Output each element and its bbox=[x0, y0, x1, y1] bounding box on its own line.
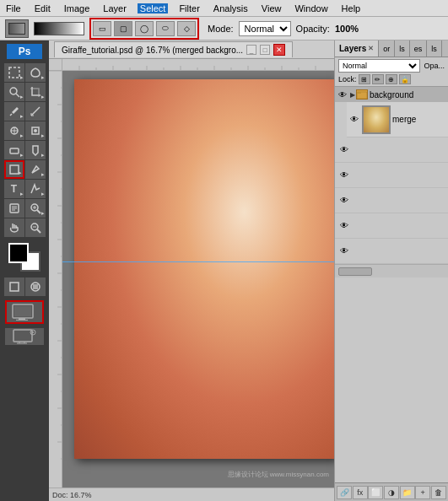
hand-tool[interactable] bbox=[4, 218, 24, 237]
layer-item-merge[interactable]: 👁 merge bbox=[347, 102, 448, 137]
quick-mask-btn[interactable] bbox=[25, 277, 46, 296]
group-folder-icon bbox=[356, 89, 368, 100]
paint-bucket-tool[interactable]: ▸ bbox=[25, 141, 46, 159]
menu-edit[interactable]: Edit bbox=[32, 3, 53, 13]
stamp-tool[interactable]: ▸ bbox=[25, 121, 46, 140]
shape-diamond-btn[interactable]: ◇ bbox=[177, 21, 196, 36]
path-selection-tool[interactable]: ▸ bbox=[25, 180, 46, 198]
layer-item-name: merge bbox=[392, 115, 416, 124]
svg-rect-13 bbox=[10, 165, 19, 174]
document-tab[interactable]: Giraffe_tutorial.psd @ 16.7% (merged bac… bbox=[54, 41, 293, 57]
layer-style-btn[interactable]: fx bbox=[353, 486, 368, 499]
new-group-btn[interactable]: 📁 bbox=[400, 486, 415, 499]
gradient-preview[interactable] bbox=[34, 22, 84, 35]
layers-bottom-toolbar: 🔗 fx ⬜ ◑ 📁 + 🗑 bbox=[335, 482, 448, 501]
shape-options: ▭ ▢ ◯ ⬭ ◇ bbox=[89, 18, 199, 40]
layer-eye-2[interactable]: 👁 bbox=[338, 144, 350, 156]
layer-mask-btn[interactable]: ⬜ bbox=[368, 486, 383, 499]
options-bar: ▭ ▢ ◯ ⬭ ◇ Mode: Normal Opacity: 100% bbox=[0, 17, 448, 40]
link-layers-btn[interactable]: 🔗 bbox=[337, 486, 352, 499]
zoom-out-tool[interactable] bbox=[25, 218, 46, 237]
tab-layers[interactable]: Layers ✕ bbox=[335, 40, 379, 57]
close-btn[interactable]: ✕ bbox=[273, 44, 285, 56]
shape-pill-btn[interactable]: ⬭ bbox=[156, 21, 175, 36]
drawing-canvas[interactable]: 思缘设计论坛 www.missynan.com bbox=[62, 71, 334, 488]
scroll-thumb[interactable] bbox=[338, 267, 372, 276]
adjustment-layer-btn[interactable]: ◑ bbox=[384, 486, 399, 499]
new-layer-btn[interactable]: + bbox=[415, 486, 430, 499]
layers-mode-select[interactable]: Normal bbox=[338, 59, 420, 73]
tab-els[interactable]: ls bbox=[427, 40, 442, 57]
foreground-color[interactable] bbox=[8, 243, 29, 263]
lock-position-btn[interactable]: ⊕ bbox=[386, 74, 397, 84]
tab-or[interactable]: or bbox=[379, 40, 395, 57]
layer-empty-1: 👁 bbox=[335, 137, 448, 163]
ps-logo: Ps bbox=[7, 44, 42, 59]
svg-rect-29 bbox=[14, 306, 31, 316]
layers-mode-row: Normal Opa... bbox=[338, 59, 445, 73]
crop-tool[interactable]: ▸ bbox=[25, 83, 46, 101]
shape-rounded-btn[interactable]: ▢ bbox=[114, 21, 132, 36]
menu-select[interactable]: Select bbox=[138, 3, 169, 13]
svg-rect-79 bbox=[357, 92, 361, 94]
measure-tool[interactable] bbox=[25, 102, 46, 121]
eyedropper-tool[interactable]: ▸ bbox=[4, 102, 24, 121]
ruler-vertical bbox=[49, 71, 62, 488]
zoom-tool[interactable]: ▸ bbox=[25, 199, 46, 218]
svg-line-4 bbox=[31, 107, 40, 116]
tab-es[interactable]: es bbox=[410, 40, 428, 57]
layer-group-background[interactable]: 👁 ▶ background bbox=[335, 87, 448, 102]
mode-select[interactable]: Normal bbox=[239, 21, 291, 36]
layer-eye-4[interactable]: 👁 bbox=[338, 195, 350, 207]
document-titlebar: Giraffe_tutorial.psd @ 16.7% (merged bac… bbox=[49, 40, 334, 59]
rectangle-tool-active[interactable]: ▸ bbox=[4, 160, 24, 179]
standard-mode-btn[interactable] bbox=[4, 277, 24, 296]
menu-image[interactable]: Image bbox=[62, 3, 93, 13]
guide-line-horizontal bbox=[62, 261, 334, 262]
tab-ls[interactable]: ls bbox=[395, 40, 410, 57]
minimize-btn[interactable]: _ bbox=[246, 45, 256, 55]
tool-row-2: ▸ ▸ bbox=[4, 83, 46, 101]
menu-view[interactable]: View bbox=[259, 3, 284, 13]
menu-analysis[interactable]: Analysis bbox=[211, 3, 251, 13]
notes-tool[interactable] bbox=[4, 199, 24, 218]
healing-brush-tool[interactable]: ▸ bbox=[4, 121, 24, 140]
lock-transparent-btn[interactable]: ⊞ bbox=[359, 74, 370, 84]
eraser-tool[interactable]: ▸ bbox=[4, 141, 24, 159]
menu-filter[interactable]: Filter bbox=[176, 3, 202, 13]
layer-eye-3[interactable]: 👁 bbox=[338, 170, 350, 181]
menu-file[interactable]: File bbox=[3, 3, 24, 13]
opacity-value: 100% bbox=[335, 24, 359, 34]
lock-all-btn[interactable]: 🔒 bbox=[399, 74, 411, 84]
tool-preview bbox=[5, 19, 29, 38]
left-toolbar: Ps ▸ ▸ ▸ ▸ ▸ bbox=[0, 40, 49, 501]
group-name: background bbox=[370, 90, 446, 100]
document-title: Giraffe_tutorial.psd @ 16.7% (merged bac… bbox=[62, 46, 243, 55]
document-canvas bbox=[74, 79, 334, 459]
tool-row-7: T ▸ ▸ bbox=[4, 180, 46, 198]
quick-select-tool[interactable]: ▸ bbox=[4, 83, 24, 101]
menu-help[interactable]: Help bbox=[339, 3, 364, 13]
layers-tab-close[interactable]: ✕ bbox=[368, 45, 374, 52]
layer-eye-6[interactable]: 👁 bbox=[338, 245, 350, 257]
shape-rect-btn[interactable]: ▭ bbox=[93, 21, 111, 36]
lasso-tool[interactable]: ▸ bbox=[25, 63, 46, 82]
pen-tool[interactable]: ▸ bbox=[25, 160, 46, 179]
screen-mode-btn[interactable] bbox=[5, 300, 44, 324]
menu-layer[interactable]: Layer bbox=[100, 3, 129, 13]
delete-layer-btn[interactable]: 🗑 bbox=[431, 486, 446, 499]
svg-rect-32 bbox=[13, 330, 32, 342]
layer-visibility-eye[interactable]: 👁 bbox=[348, 114, 360, 126]
layers-scrollbar[interactable] bbox=[335, 264, 448, 277]
color-boxes bbox=[8, 243, 40, 272]
layer-eye-5[interactable]: 👁 bbox=[338, 220, 350, 232]
marquee-tool[interactable]: ▸ bbox=[4, 63, 24, 82]
monitor-icon-btn[interactable] bbox=[5, 328, 44, 345]
lock-image-btn[interactable]: ✏ bbox=[372, 74, 384, 84]
maximize-btn[interactable]: □ bbox=[260, 45, 270, 55]
shape-ellipse-btn[interactable]: ◯ bbox=[135, 21, 154, 36]
tool-row-1: ▸ ▸ bbox=[4, 63, 46, 82]
group-visibility-eye[interactable]: 👁 bbox=[337, 89, 348, 100]
menu-window[interactable]: Window bbox=[292, 3, 330, 13]
type-tool[interactable]: T ▸ bbox=[4, 180, 24, 198]
